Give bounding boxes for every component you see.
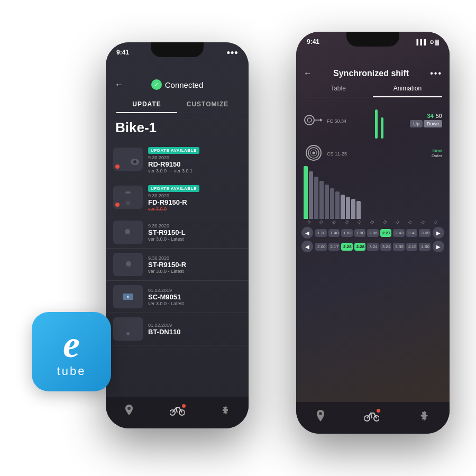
phone2-screen: 9:41 ▌▌▌ ⊙ ▓ ← Synchronized shift ••• Ta… [296, 32, 450, 434]
gear-pill[interactable]: 3.09 [419, 229, 431, 237]
gear-pill[interactable]: 1.38 [315, 229, 327, 237]
tab-table[interactable]: Table [304, 80, 373, 97]
nav-settings-icon-2[interactable] [418, 410, 430, 422]
chart-bar-11 [356, 201, 361, 219]
nav-bike-icon[interactable] [170, 405, 185, 416]
chart-bar-1 [304, 166, 308, 219]
gear-pill-highlighted[interactable]: 2.27 [380, 229, 392, 237]
update-dot [115, 164, 120, 169]
list-item[interactable]: UPDATE AVAILABLE 9.30.2020 RD-R9150 ver … [106, 140, 249, 178]
chart-bar-8 [341, 195, 345, 219]
gear-34: 34 [427, 113, 434, 119]
list-item[interactable]: 9.30.2020 ST-R9150-R ver 3.0.0 - Latest [106, 249, 249, 281]
phone1-header: ← ✓ Connected [106, 58, 249, 94]
cassette-section: CS 11-25 Inner Outer [296, 141, 450, 163]
tab-customize[interactable]: CUSTOMIZE [177, 96, 238, 113]
gear-pill-highlighted[interactable]: 2.28 [354, 243, 366, 251]
gear-prev-button-1[interactable]: ◀ [301, 227, 313, 239]
chart-bar-10 [351, 199, 355, 219]
etube-letter: e [63, 325, 80, 363]
phone2: 9:41 ▌▌▌ ⊙ ▓ ← Synchronized shift ••• Ta… [296, 32, 450, 434]
comp-name: ST-R9150-L [148, 228, 241, 236]
phone1-tabs: UPDATE CUSTOMIZE [106, 94, 249, 113]
svg-point-27 [319, 412, 322, 415]
comp-ver: ver 3.0.0 → ver 3.0.1 [148, 168, 241, 173]
phone2-back-button[interactable]: ← [304, 69, 312, 78]
phone2-title: Synchronized shift [312, 69, 430, 78]
gear-pill[interactable]: 2.17 [328, 243, 340, 251]
comp-name: SC-M9051 [148, 293, 241, 301]
tab-update[interactable]: UPDATE [116, 96, 177, 113]
svg-point-2 [133, 160, 136, 163]
comp-name: BT-DN110 [148, 328, 241, 336]
up-button[interactable]: Up [410, 120, 423, 127]
svg-rect-4 [125, 191, 131, 194]
chart-labels: 25 23 21 19 17 15 13 12 11 11 11 [296, 221, 450, 225]
nav-location-icon[interactable] [124, 405, 134, 416]
comp-info: UPDATE AVAILABLE 9.30.2020 RD-R9150 ver … [148, 144, 241, 173]
gear-pill[interactable]: 1.90 [354, 229, 366, 237]
chart-bar-6 [330, 188, 334, 219]
phone1-screen: 9:41 ●●● ← ✓ Connected UPDATE CUSTOMIZE … [106, 42, 249, 428]
list-item[interactable]: UPDATE AVAILABLE 9.30.2020 FD-R9150-R ve… [106, 178, 249, 216]
gear-pill[interactable]: 4.15 [406, 243, 418, 251]
inner-label: Inner [433, 148, 442, 153]
gear-pill[interactable]: 1.48 [328, 229, 340, 237]
comp-image [113, 148, 143, 171]
gear-selector-1: ◀ 1.38 1.48 1.62 1.90 2.06 2.27 2.43 2.4… [301, 227, 444, 239]
comp-ver: ver 3.0.0 - Latest [148, 301, 241, 306]
chart-bar-7 [335, 191, 340, 219]
gear-next-button-1[interactable]: ▶ [433, 227, 444, 239]
gear-pill[interactable]: 1.62 [341, 229, 353, 237]
gear-pill-highlighted[interactable]: 2.28 [341, 243, 353, 251]
comp-info: 01.02.2019 BT-DN110 [148, 323, 241, 336]
gear-pill[interactable]: 2.00 [315, 243, 327, 251]
outer-ring-bar [381, 117, 383, 139]
gear-pill[interactable]: 3.24 [380, 243, 392, 251]
gear-pill[interactable]: 2.43 [406, 229, 418, 237]
list-item[interactable]: 01.02.2019 BT-DN110 [106, 313, 249, 345]
comp-name: ST-R9150-R [148, 261, 241, 269]
nav-settings-icon[interactable] [220, 405, 231, 416]
comp-info: 9.30.2020 ST-R9150-L ver 3.0.0 - Latest [148, 223, 241, 242]
phone2-header: ← Synchronized shift ••• [296, 48, 450, 80]
check-icon: ✓ [151, 79, 162, 90]
phone2-bottom-nav [296, 402, 450, 434]
gear-pills-2: 2.00 2.17 2.28 2.28 3.24 3.24 3.35 4.15 … [315, 243, 431, 251]
svg-point-6 [125, 229, 130, 234]
chainring-bars [351, 102, 407, 139]
wifi-icon: ⊙ [429, 39, 434, 45]
update-badge: UPDATE AVAILABLE [148, 185, 199, 192]
comp-info: 9.30.2020 ST-R9150-R ver 3.0.0 - Latest [148, 255, 241, 274]
svg-point-26 [313, 152, 315, 154]
cs-label: CS 11-25 [327, 148, 348, 158]
back-button[interactable]: ← [114, 79, 124, 90]
gear-pill[interactable]: 3.35 [393, 243, 405, 251]
comp-date: 01.02.2019 [148, 323, 241, 328]
comp-image [113, 221, 143, 244]
phone1-notch [151, 42, 204, 57]
component-list: UPDATE AVAILABLE 9.30.2020 RD-R9150 ver … [106, 140, 249, 345]
more-menu-button[interactable]: ••• [430, 69, 442, 78]
nav-location-icon-2[interactable] [316, 410, 325, 422]
connected-badge: ✓ Connected [151, 79, 204, 90]
list-item[interactable]: 6 01.02.2019 SC-M9051 ver 3.0.0 - Latest [106, 281, 249, 313]
gear-pill[interactable]: 2.06 [367, 229, 379, 237]
chart-bar-4 [319, 181, 324, 219]
cassette-icon [304, 143, 324, 163]
gear-prev-button-2[interactable]: ◀ [301, 241, 313, 252]
chart-bar-3 [314, 177, 318, 219]
svg-point-18 [305, 115, 314, 125]
list-item[interactable]: 9.30.2020 ST-R9150-L ver 3.0.0 - Latest [106, 216, 249, 249]
comp-date: 9.30.2020 [148, 155, 241, 160]
gear-pill[interactable]: 2.43 [393, 229, 405, 237]
down-button[interactable]: Down [424, 120, 442, 127]
tab-animation[interactable]: Animation [373, 80, 442, 97]
gear-pill[interactable]: 4.50 [419, 243, 431, 251]
chart-bar-9 [346, 197, 350, 219]
comp-image: 6 [113, 285, 143, 308]
inner-outer: Inner Outer [432, 148, 442, 158]
gear-next-button-2[interactable]: ▶ [433, 241, 444, 252]
nav-bike-icon-2[interactable] [364, 410, 379, 422]
gear-pill[interactable]: 3.24 [367, 243, 379, 251]
